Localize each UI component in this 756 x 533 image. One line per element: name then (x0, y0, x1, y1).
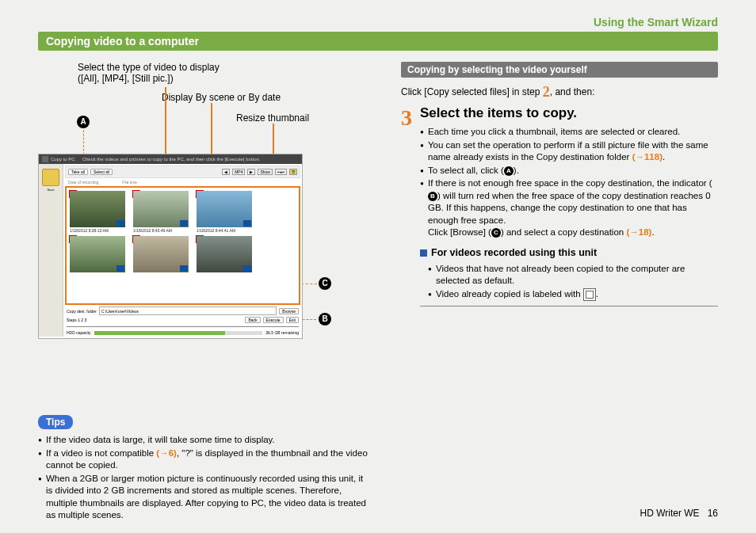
bullet: Each time you click a thumbnail, items a… (420, 126, 718, 139)
link-6[interactable]: (→6) (156, 448, 177, 458)
window-titlebar: Copy to PC Check the videos and pictures… (39, 154, 302, 164)
tip: If a video is not compatible (→6), "?" i… (38, 447, 371, 472)
dest-label: Copy dest. folder (67, 309, 97, 314)
bullet: Video already copied is labeled with . (428, 288, 718, 301)
page-title: Copying video to a computer (38, 32, 718, 51)
callout-display-by: Display By scene or By date (162, 92, 281, 103)
intro-text: Click [Copy selected files] in step 2, a… (401, 84, 718, 101)
sub-heading: For videos recorded using this unit (420, 247, 718, 258)
thumbnail-item[interactable]: ✓ 1/18/2012 8:38:13 AM (70, 191, 125, 233)
step-number: 3 (401, 105, 412, 131)
back-button[interactable]: Back (245, 317, 260, 323)
marker-b: B (319, 313, 331, 326)
execute-button[interactable]: Execute (263, 317, 284, 323)
filter-still[interactable]: ▶ (247, 169, 255, 175)
callout-video-type: Select the type of video to display ([Al… (78, 62, 220, 84)
thumbnail-item[interactable]: ✓ (70, 236, 125, 272)
footer: HD Writer WE 16 (640, 508, 718, 519)
hdd-remaining: 36.5 GB remaining (265, 330, 299, 335)
right-column: Copying by selecting the video yourself … (401, 62, 718, 311)
app-window: Copy to PC Check the videos and pictures… (38, 154, 303, 339)
tip: When a 2GB or larger motion picture is c… (38, 473, 371, 522)
subheading: Copying by selecting the video yourself (401, 62, 718, 78)
thumbnail-item[interactable]: ✓ (133, 236, 189, 272)
marker-c-inline: C (491, 228, 501, 238)
tips-badge: Tips (38, 415, 73, 429)
toolbar: Take all Select all ◀ MP4 ▶ Show ━●━ ☰ (65, 166, 300, 178)
thumbnail-item[interactable]: ✓ 1/18/2012 8:44:41 AM (197, 191, 252, 233)
exit-button[interactable]: Exit (286, 317, 299, 323)
filter-mp4[interactable]: MP4 (232, 169, 245, 175)
tip: If the video data is large, it will take… (38, 434, 371, 447)
thumb-size-slider[interactable]: ━●━ (275, 169, 287, 175)
thumbnail-item[interactable]: ✓ (197, 236, 252, 272)
hdd-bar (94, 331, 263, 335)
tab-take-all[interactable]: Take all (68, 169, 88, 175)
thumbnail-item[interactable]: ✓ 1/18/2012 8:43:49 AM (133, 191, 189, 233)
bullet: To select all, click (A). (420, 165, 718, 177)
copied-icon (583, 288, 596, 301)
sidebar: Save (39, 164, 63, 337)
left-column: Select the type of video to display ([Al… (38, 62, 379, 311)
browse-button[interactable]: Browse (279, 308, 299, 314)
bullet: You can set the operation to perform if … (420, 139, 718, 164)
marker-a-inline: A (504, 166, 514, 176)
step-title: Select the items to copy. (420, 105, 718, 121)
marker-c: C (319, 277, 331, 290)
filter-all[interactable]: ◀ (222, 169, 230, 175)
thumbnail-grid: ✓ 1/18/2012 8:38:13 AM ✓ 1/18/2012 8:43:… (65, 186, 300, 305)
breadcrumb-section: Using the Smart Wizard (38, 16, 718, 29)
link-118[interactable]: (→118) (632, 152, 662, 162)
bullet: Videos that have not already been copied… (428, 263, 718, 287)
select-all-button[interactable]: Select all (90, 169, 113, 175)
link-18[interactable]: (→18) (626, 227, 651, 237)
tips-section: Tips If the video data is large, it will… (38, 415, 371, 523)
callout-resize: Resize thumbnail (236, 112, 309, 124)
folder-icon[interactable] (42, 169, 59, 186)
hdd-label: HDD capacity (67, 330, 91, 335)
view-by-scene[interactable]: Show (258, 169, 273, 175)
view-toggle[interactable]: ☰ (289, 169, 297, 175)
marker-a: A (77, 116, 90, 128)
marker-b-inline: B (428, 192, 437, 201)
bullet: If there is not enough free space in the… (420, 177, 718, 239)
dest-path-input[interactable] (99, 306, 277, 315)
